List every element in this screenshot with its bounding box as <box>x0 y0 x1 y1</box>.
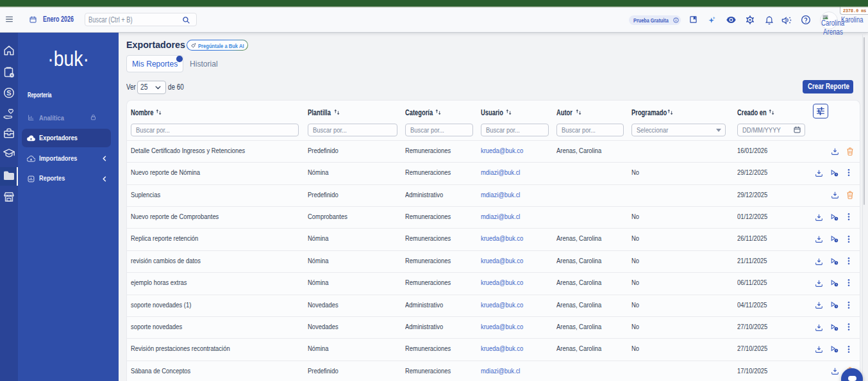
svg-text:S: S <box>6 89 11 97</box>
